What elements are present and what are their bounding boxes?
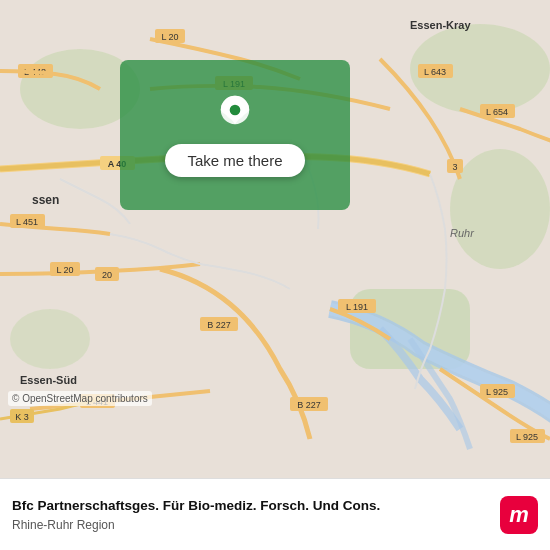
svg-text:ssen: ssen xyxy=(32,193,59,207)
svg-text:Ruhr: Ruhr xyxy=(450,227,475,239)
svg-text:L 451: L 451 xyxy=(16,217,38,227)
svg-text:L 643: L 643 xyxy=(424,67,446,77)
svg-text:Essen-Süd: Essen-Süd xyxy=(20,374,77,386)
app: A 40 L 191 L 20 L 20 B 227 B 227 L 191 xyxy=(0,0,550,550)
svg-text:L 20: L 20 xyxy=(161,32,178,42)
svg-point-5 xyxy=(10,309,90,369)
svg-text:Essen-Kray: Essen-Kray xyxy=(410,19,471,31)
take-me-there-button[interactable]: Take me there xyxy=(165,144,304,177)
svg-text:L 191: L 191 xyxy=(346,302,368,312)
map-highlight: Take me there xyxy=(120,60,350,210)
svg-text:L 20: L 20 xyxy=(56,265,73,275)
copyright-notice: © OpenStreetMap contributors xyxy=(8,391,152,406)
svg-text:L 925: L 925 xyxy=(516,432,538,442)
svg-text:K 3: K 3 xyxy=(15,412,29,422)
location-info: Bfc Partnerschaftsges. Für Bio-mediz. Fo… xyxy=(12,497,500,532)
svg-text:B 227: B 227 xyxy=(297,400,321,410)
location-region: Rhine-Ruhr Region xyxy=(12,518,490,532)
moovit-logo: m xyxy=(500,496,538,534)
map-container: A 40 L 191 L 20 L 20 B 227 B 227 L 191 xyxy=(0,0,550,478)
svg-text:B 227: B 227 xyxy=(207,320,231,330)
location-title: Bfc Partnerschaftsges. Für Bio-mediz. Fo… xyxy=(12,497,490,516)
svg-text:L 925: L 925 xyxy=(486,387,508,397)
moovit-m-icon: m xyxy=(500,496,538,534)
svg-point-47 xyxy=(230,104,241,115)
svg-text:3: 3 xyxy=(452,162,457,172)
svg-text:20: 20 xyxy=(102,270,112,280)
bottom-bar: Bfc Partnerschaftsges. Für Bio-mediz. Fo… xyxy=(0,478,550,550)
svg-text:L 654: L 654 xyxy=(486,107,508,117)
location-pin-icon xyxy=(215,94,255,134)
svg-point-3 xyxy=(450,149,550,269)
